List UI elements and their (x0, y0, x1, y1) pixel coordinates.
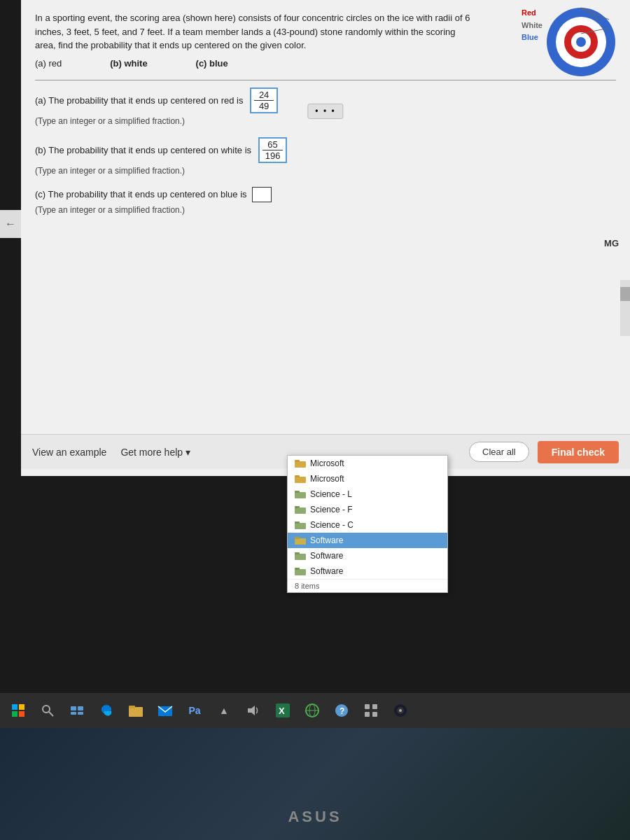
folder-icon-1 (295, 459, 306, 468)
part-a-numerator[interactable]: 24 (254, 90, 274, 101)
more-options-button[interactable]: • • • (307, 104, 343, 119)
folder-icon-6 (295, 536, 306, 545)
svg-rect-27 (19, 711, 24, 717)
option-c-label: (c) blue (196, 58, 228, 69)
scroll-bar[interactable] (620, 280, 630, 336)
svg-rect-47 (365, 712, 370, 717)
red-label: Red (522, 7, 542, 20)
svg-rect-12 (295, 492, 306, 498)
file-item-7[interactable]: Software (288, 548, 447, 564)
svg-point-51 (399, 709, 402, 712)
task-view-icon (70, 704, 84, 718)
part-c-input[interactable] (252, 187, 272, 202)
toolbar-left: View an example Get more help ▾ (32, 447, 190, 458)
get-more-help-link[interactable]: Get more help ▾ (120, 447, 190, 458)
music-icon (393, 704, 407, 718)
svg-rect-32 (71, 712, 76, 715)
svg-rect-33 (78, 712, 83, 715)
excel-icon: X (276, 704, 290, 718)
svg-rect-8 (295, 461, 306, 468)
svg-rect-11 (295, 475, 300, 477)
svg-rect-18 (295, 538, 306, 545)
part-a-denominator[interactable]: 49 (254, 101, 274, 111)
part-b-fraction-input[interactable]: 65 196 (258, 137, 288, 163)
file-item-3[interactable]: Science - L (288, 486, 447, 502)
volume-icon (246, 704, 260, 718)
music-button[interactable] (388, 698, 413, 723)
part-c-section: (c) The probability that it ends up cent… (35, 187, 616, 215)
arrow-up-button[interactable]: ▲ (211, 698, 237, 723)
desktop-area: ASUS (0, 728, 630, 840)
svg-rect-48 (372, 712, 377, 717)
part-b-hint: (Type an integer or a simplified fractio… (35, 166, 616, 176)
svg-rect-25 (19, 704, 24, 710)
scroll-thumb[interactable] (620, 287, 630, 301)
option-a-label: (a) red (35, 58, 62, 69)
asus-logo: ASUS (288, 808, 342, 826)
mail-button[interactable] (153, 698, 178, 723)
svg-rect-34 (129, 707, 143, 717)
part-a-text: (a) The probability that it ends up cent… (35, 95, 244, 106)
svg-rect-45 (365, 704, 370, 709)
svg-rect-20 (295, 554, 306, 560)
mail-icon (158, 703, 173, 718)
part-b-numerator[interactable]: 65 (262, 139, 284, 150)
file-item-6[interactable]: Software (288, 533, 447, 548)
part-c-hint: (Type an integer or a simplified fractio… (35, 205, 616, 215)
folder-icon-8 (295, 567, 306, 575)
left-arrow-icon: ← (5, 218, 16, 230)
file-item-8[interactable]: Software (288, 564, 447, 579)
svg-rect-35 (129, 706, 135, 708)
back-arrow[interactable]: ← (0, 210, 21, 238)
globe-icon (305, 704, 319, 718)
volume-button[interactable] (241, 698, 266, 723)
file-item-1[interactable]: Microsoft (288, 456, 447, 471)
svg-rect-9 (295, 460, 300, 462)
final-check-button[interactable]: Final check (538, 441, 619, 463)
svg-marker-37 (248, 706, 255, 715)
pa-button[interactable]: Pa (182, 698, 207, 723)
white-label: White (522, 20, 542, 32)
search-button[interactable] (35, 698, 60, 723)
svg-rect-24 (12, 704, 18, 710)
task-view-button[interactable] (64, 698, 90, 723)
folder-icon-7 (295, 552, 306, 560)
pa-icon: Pa (188, 705, 200, 716)
globe-button[interactable] (300, 698, 325, 723)
grid-button[interactable] (358, 698, 384, 723)
grid-icon (364, 704, 378, 718)
view-example-link[interactable]: View an example (32, 447, 106, 458)
edge-button[interactable] (94, 698, 119, 723)
part-a-fraction-input[interactable]: 24 49 (250, 88, 278, 113)
svg-rect-16 (295, 523, 306, 529)
svg-rect-19 (295, 537, 300, 539)
start-icon (11, 704, 25, 718)
folder-icon-2 (295, 475, 306, 483)
search-icon (41, 704, 55, 718)
folder-button[interactable] (123, 698, 148, 723)
folder-icon-4 (295, 505, 306, 514)
question-button[interactable]: ? (329, 698, 354, 723)
svg-point-4 (576, 37, 586, 47)
target-labels: Red White Blue (522, 7, 542, 44)
question-icon: ? (335, 704, 349, 718)
svg-rect-26 (12, 711, 18, 717)
part-b-row: (b) The probability that it ends up cent… (35, 137, 616, 163)
file-item-2[interactable]: Microsoft (288, 471, 447, 486)
color-options-row: (a) red (b) white (c) blue (35, 58, 616, 69)
part-c-row: (c) The probability that it ends up cent… (35, 187, 616, 202)
part-b-denominator[interactable]: 196 (262, 150, 284, 161)
part-c-text: (c) The probability that it ends up cent… (35, 189, 247, 200)
file-item-5[interactable]: Science - C (288, 517, 447, 533)
clear-all-button[interactable]: Clear all (469, 442, 529, 462)
svg-rect-21 (295, 552, 300, 554)
start-button[interactable] (6, 698, 31, 723)
svg-line-29 (49, 712, 53, 716)
folder-icon (128, 703, 144, 718)
divider-1 (35, 80, 616, 80)
svg-rect-31 (78, 706, 83, 710)
excel-button[interactable]: X (270, 698, 295, 723)
folder-icon-5 (295, 521, 306, 529)
svg-rect-10 (295, 477, 306, 483)
file-item-4[interactable]: Science - F (288, 502, 447, 517)
